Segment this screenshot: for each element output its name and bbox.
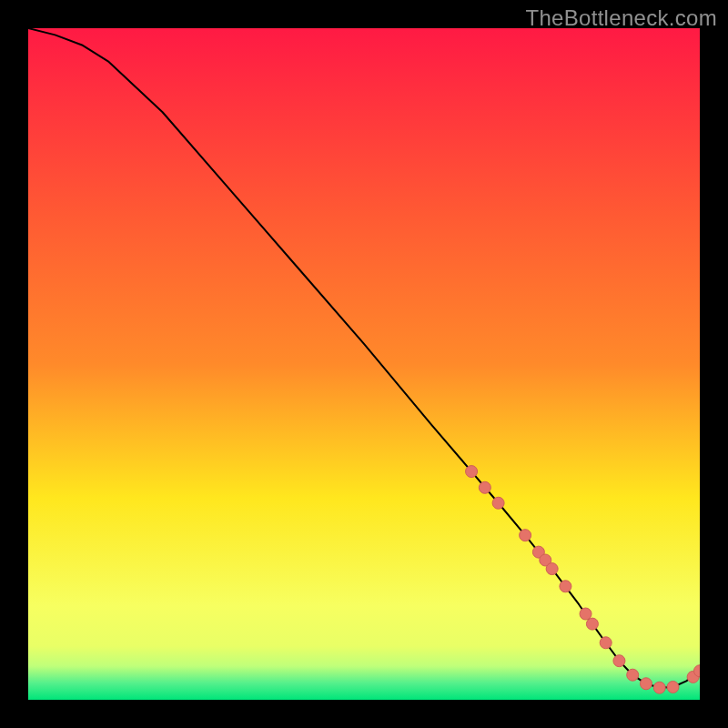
highlight-marker [640, 678, 652, 690]
highlight-marker [492, 497, 504, 509]
highlight-marker [546, 563, 558, 575]
highlight-marker [627, 669, 639, 681]
gradient-background [28, 28, 700, 700]
highlight-marker [580, 608, 592, 620]
highlight-marker [520, 530, 531, 541]
highlight-marker [653, 682, 665, 693]
highlight-marker [600, 637, 612, 649]
plot-area [28, 28, 700, 700]
highlight-marker [667, 681, 679, 693]
highlight-marker [586, 618, 598, 630]
highlight-marker [479, 481, 490, 493]
watermark-text: TheBottleneck.com [525, 5, 717, 31]
highlight-marker [613, 655, 625, 667]
highlight-marker [466, 466, 478, 478]
chart-frame: TheBottleneck.com [0, 0, 728, 728]
highlight-marker [560, 581, 571, 592]
plot-svg [28, 28, 700, 700]
